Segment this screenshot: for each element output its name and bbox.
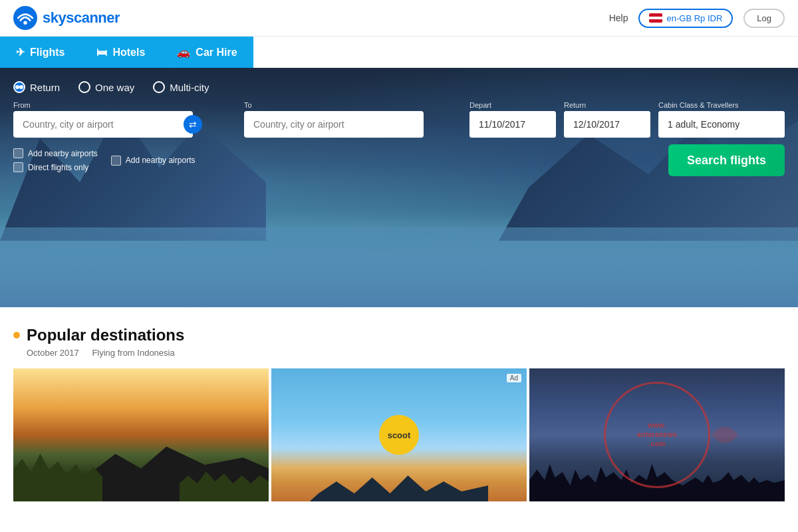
from-input-wrap: ⇄	[13, 111, 193, 138]
radio-return[interactable]: Return	[13, 81, 60, 93]
direct-flights-box	[13, 162, 23, 172]
tab-car-hire-label: Car Hire	[196, 47, 237, 59]
popular-meta: October 2017 Flying from Indonesia	[27, 348, 785, 358]
to-input[interactable]	[244, 111, 424, 138]
scoot-badge: scoot	[379, 415, 419, 455]
login-button[interactable]: Log	[743, 9, 785, 28]
nearby-to-box	[111, 156, 121, 166]
trip-type-selector: Return One way Multi-city	[13, 81, 785, 93]
tab-flights-label: Flights	[30, 47, 65, 59]
destination-card-watermark[interactable]: www.antaranews.com	[529, 368, 785, 501]
options-row: Add nearby airports Direct flights only …	[13, 144, 785, 176]
svg-point-1	[23, 21, 27, 25]
return-input-wrap	[564, 111, 650, 138]
to-label: To	[244, 101, 459, 109]
header: skyscanner Help en-GB Rp IDR Log	[0, 0, 798, 37]
cabin-label: Cabin Class & Travellers	[658, 101, 785, 109]
return-label: Return	[564, 101, 650, 109]
popular-flying-from: Flying from Indonesia	[92, 348, 174, 358]
from-field-group: From ⇄	[13, 101, 228, 138]
popular-month: October 2017	[27, 348, 79, 358]
search-overlay: Return One way Multi-city From ⇄	[0, 68, 798, 176]
flights-icon: ✈	[16, 46, 25, 59]
cabin-input[interactable]	[658, 111, 785, 138]
watermark-overlay: www.antaranews.com	[529, 368, 785, 501]
radio-multi-city[interactable]: Multi-city	[153, 81, 209, 93]
to-input-wrap	[244, 111, 424, 138]
destination-card-opera[interactable]: scoot Ad	[271, 368, 529, 501]
tab-hotels-label: Hotels	[112, 47, 145, 59]
header-right: Help en-GB Rp IDR Log	[609, 9, 785, 28]
help-link[interactable]: Help	[609, 13, 628, 23]
logo: skyscanner	[13, 6, 120, 30]
search-form-row: From ⇄ To Depart	[13, 101, 785, 138]
tab-car-hire[interactable]: 🚗 Car Hire	[161, 37, 253, 68]
hotels-icon: 🛏	[96, 47, 107, 59]
to-field-group: To	[244, 101, 459, 138]
watermark-arrow-icon	[708, 415, 741, 455]
tab-hotels[interactable]: 🛏 Hotels	[80, 37, 161, 68]
nav-tabs: ✈ Flights 🛏 Hotels 🚗 Car Hire	[0, 37, 798, 68]
depart-label: Depart	[469, 101, 556, 109]
water-reflection	[0, 227, 798, 307]
skyscanner-logo-icon	[13, 6, 37, 30]
popular-section: Popular destinations October 2017 Flying…	[0, 307, 798, 515]
radio-one-way-circle	[78, 81, 90, 93]
cabin-input-wrap	[658, 111, 785, 138]
search-flights-button[interactable]: Search flights	[668, 144, 785, 176]
tab-flights[interactable]: ✈ Flights	[0, 37, 80, 68]
nearby-from-checkbox[interactable]: Add nearby airports	[13, 148, 98, 158]
popular-header: Popular destinations	[13, 326, 785, 344]
depart-input[interactable]	[469, 111, 556, 138]
watermark-circle: www.antaranews.com	[604, 382, 710, 488]
depart-field-group: Depart	[469, 101, 556, 138]
ad-badge: Ad	[507, 374, 521, 382]
destination-cards: scoot Ad www.antaranews.com	[13, 368, 785, 501]
lang-label: en-GB Rp IDR	[666, 13, 722, 23]
popular-title: Popular destinations	[27, 326, 184, 344]
watermark-text: www.antaranews.com	[637, 421, 677, 449]
swap-button[interactable]: ⇄	[184, 115, 202, 134]
destination-card-volcano[interactable]	[13, 368, 271, 501]
hero-section: Return One way Multi-city From ⇄	[0, 68, 798, 307]
language-button[interactable]: en-GB Rp IDR	[638, 9, 733, 28]
from-label: From	[13, 101, 228, 109]
nearby-from-box	[13, 148, 23, 158]
logo-text: skyscanner	[43, 9, 120, 27]
flag-icon	[649, 13, 662, 23]
cabin-field-group: Cabin Class & Travellers	[658, 101, 785, 138]
depart-input-wrap	[469, 111, 556, 138]
radio-multi-city-circle	[153, 81, 165, 93]
radio-one-way[interactable]: One way	[78, 81, 134, 93]
return-input[interactable]	[564, 111, 650, 138]
nearby-to-checkbox[interactable]: Add nearby airports	[111, 156, 196, 166]
car-icon: 🚗	[177, 46, 190, 59]
direct-flights-checkbox[interactable]: Direct flights only	[13, 162, 98, 172]
radio-return-circle	[13, 81, 25, 93]
popular-dot	[13, 332, 20, 338]
return-field-group: Return	[564, 101, 650, 138]
from-input[interactable]	[13, 111, 193, 138]
